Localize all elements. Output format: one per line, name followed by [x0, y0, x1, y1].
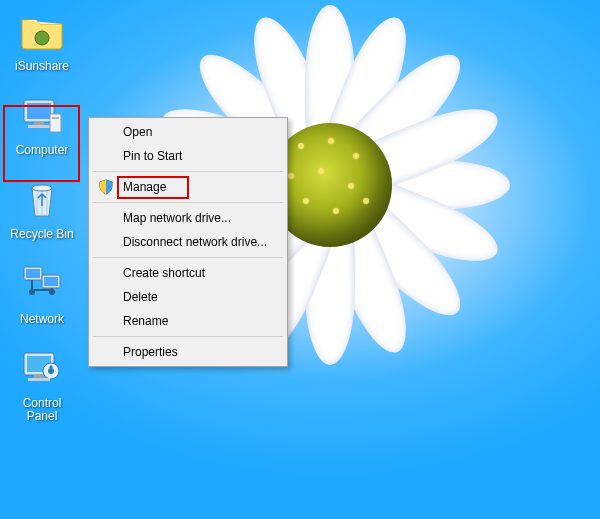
- svg-rect-4: [28, 125, 50, 128]
- menu-item-map-network-drive[interactable]: Map network drive...: [91, 206, 285, 230]
- menu-item-label: Pin to Start: [123, 149, 182, 163]
- menu-separator: [93, 202, 283, 203]
- desktop-icon-label: Control Panel: [3, 396, 81, 424]
- desktop-icon-network[interactable]: Network: [3, 261, 81, 327]
- menu-item-rename[interactable]: Rename: [91, 309, 285, 333]
- recycle-bin-icon: [18, 176, 66, 224]
- svg-point-7: [32, 185, 52, 191]
- desktop-icon-computer[interactable]: Computer: [3, 92, 81, 158]
- desktop-icon-isunshare[interactable]: iSunshare: [3, 8, 81, 74]
- menu-item-label: Map network drive...: [123, 211, 231, 225]
- svg-rect-11: [44, 277, 58, 286]
- menu-separator: [93, 336, 283, 337]
- menu-separator: [93, 257, 283, 258]
- svg-point-12: [29, 289, 35, 295]
- menu-item-delete[interactable]: Delete: [91, 285, 285, 309]
- menu-item-manage[interactable]: Manage: [91, 175, 285, 199]
- menu-item-label: Properties: [123, 345, 178, 359]
- menu-item-disconnect-network-drive[interactable]: Disconnect network drive...: [91, 230, 285, 254]
- svg-point-17: [48, 368, 54, 374]
- network-icon: [18, 261, 66, 309]
- desktop-icon-label: Network: [17, 312, 67, 327]
- desktop-icon-label: Computer: [13, 143, 72, 158]
- control-panel-icon: [18, 345, 66, 393]
- desktop-icon-label: Recycle Bin: [7, 227, 76, 242]
- menu-separator: [93, 171, 283, 172]
- menu-item-label: Rename: [123, 314, 168, 328]
- computer-icon: [18, 92, 66, 140]
- menu-item-label: Manage: [123, 180, 166, 194]
- folder-icon: [18, 8, 66, 56]
- menu-item-label: Delete: [123, 290, 158, 304]
- svg-rect-5: [50, 114, 61, 132]
- menu-item-label: Disconnect network drive...: [123, 235, 267, 249]
- svg-rect-19: [28, 378, 50, 381]
- desktop-icon-controlpanel[interactable]: Control Panel: [3, 345, 81, 424]
- menu-item-label: Create shortcut: [123, 266, 205, 280]
- svg-point-0: [35, 31, 49, 45]
- svg-rect-18: [34, 375, 44, 378]
- menu-item-label: Open: [123, 125, 152, 139]
- desktop-icon-recyclebin[interactable]: Recycle Bin: [3, 176, 81, 242]
- shield-icon: [97, 178, 115, 196]
- menu-item-create-shortcut[interactable]: Create shortcut: [91, 261, 285, 285]
- desktop-icon-label: iSunshare: [12, 59, 72, 74]
- svg-rect-2: [27, 103, 51, 119]
- svg-rect-9: [26, 269, 40, 278]
- menu-item-pin-to-start[interactable]: Pin to Start: [91, 144, 285, 168]
- context-menu: Open Pin to Start Manage Map network dri…: [88, 117, 288, 367]
- svg-rect-3: [34, 122, 44, 125]
- svg-rect-6: [52, 117, 59, 119]
- menu-item-open[interactable]: Open: [91, 120, 285, 144]
- svg-point-13: [49, 289, 55, 295]
- menu-item-properties[interactable]: Properties: [91, 340, 285, 364]
